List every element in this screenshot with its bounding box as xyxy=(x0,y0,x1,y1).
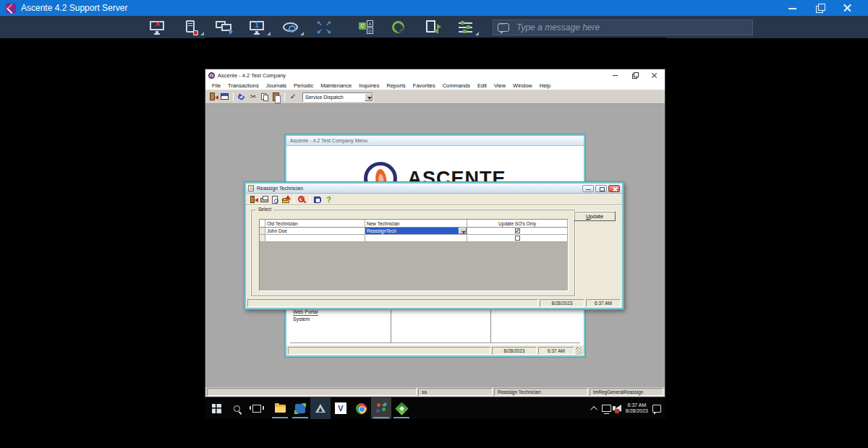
dialog-close-icon[interactable] xyxy=(608,185,620,192)
new-technician-dropdown-icon[interactable] xyxy=(459,228,467,234)
print-preview-icon[interactable] xyxy=(271,195,280,204)
session-settings-icon[interactable] xyxy=(457,20,475,35)
restore-icon[interactable] xyxy=(816,4,825,12)
module-select-value: Service Dispatch xyxy=(303,95,365,100)
switch-monitor-icon[interactable] xyxy=(216,20,233,35)
old-technician-cell[interactable]: John Doe xyxy=(265,228,365,235)
volume-muted-icon[interactable] xyxy=(616,405,621,412)
menu-transactions[interactable]: Transactions xyxy=(224,82,263,89)
update-so-cell[interactable]: ✓ xyxy=(467,228,568,235)
undo-icon[interactable] xyxy=(237,92,247,102)
print-icon[interactable] xyxy=(260,195,269,204)
update-so-checkbox[interactable] xyxy=(515,236,520,241)
menu-item-system[interactable]: System xyxy=(293,316,310,322)
row-selector-header xyxy=(260,220,265,228)
module-select[interactable]: Service Dispatch xyxy=(302,92,373,102)
app-restore-icon[interactable] xyxy=(632,72,638,78)
action-center-icon[interactable] xyxy=(652,405,661,413)
technician-grid: Old Technician New Technician Update SO'… xyxy=(259,219,569,291)
chat-box xyxy=(493,20,753,35)
diamond-app-button[interactable] xyxy=(391,397,412,419)
task-view-button[interactable] xyxy=(247,397,267,419)
menu-maintenance[interactable]: Maintenance xyxy=(317,82,355,89)
select-monitor-icon[interactable]: 1 xyxy=(249,20,266,35)
update-button[interactable]: Update xyxy=(574,211,616,221)
triangle-app-icon xyxy=(315,404,326,413)
ascente-taskbar-button[interactable] xyxy=(371,397,391,419)
new-technician-cell[interactable] xyxy=(365,235,467,242)
file-transfer-icon[interactable] xyxy=(424,20,441,35)
menu-journals[interactable]: Journals xyxy=(263,82,290,89)
tray-expand-icon[interactable] xyxy=(590,405,597,413)
app-minimize-icon[interactable] xyxy=(613,72,618,78)
chat-bubble-icon xyxy=(498,23,509,32)
tray-clock[interactable]: 6:37 AM 8/28/2023 xyxy=(626,402,648,414)
ascente-icon xyxy=(375,402,387,414)
diamond-app-icon xyxy=(395,402,408,415)
row-selector[interactable] xyxy=(260,235,265,242)
update-so-cell[interactable] xyxy=(467,235,568,242)
keyboard-layout-icon[interactable]: CAD xyxy=(357,20,375,35)
chat-message-input[interactable] xyxy=(515,22,748,33)
cut-icon[interactable]: ✂ xyxy=(248,92,258,102)
dialog-titlebar[interactable]: Reassign Technician xyxy=(246,184,622,194)
exit-icon[interactable] xyxy=(208,92,218,102)
menu-periodic[interactable]: Periodic xyxy=(290,82,317,89)
statusbar-user: sa xyxy=(418,388,493,396)
copy-icon[interactable] xyxy=(260,92,270,102)
network-icon[interactable] xyxy=(602,405,611,412)
grid-header-row: Old Technician New Technician Update SO'… xyxy=(260,220,568,228)
pinned-app-v-button[interactable] xyxy=(331,397,351,419)
taskbar-search-button[interactable] xyxy=(226,397,247,419)
menu-view[interactable]: View xyxy=(490,82,509,89)
status-message-panel xyxy=(288,347,490,355)
company-menu-titlebar[interactable]: Ascente - 4.2 Test Company Menu xyxy=(286,136,584,146)
select-groupbox: Select Old Technician New Technician Upd… xyxy=(251,210,575,296)
app-close-icon[interactable] xyxy=(652,72,658,78)
pinned-app-a-button[interactable] xyxy=(310,397,331,419)
close-icon[interactable] xyxy=(843,4,852,12)
cancel-icon[interactable] xyxy=(297,195,307,204)
resize-grip-icon[interactable] xyxy=(576,347,582,355)
remote-desktop-icon xyxy=(295,404,305,413)
dialog-minimize-icon[interactable] xyxy=(582,185,594,192)
statusbar-message xyxy=(207,388,417,396)
menu-favorites[interactable]: Favorites xyxy=(409,82,439,89)
menu-bar: File Transactions Journals Periodic Main… xyxy=(205,81,665,90)
menu-inquiries[interactable]: Inquiries xyxy=(355,82,383,89)
spellcheck-icon[interactable]: ✓ xyxy=(288,92,298,102)
menu-window[interactable]: Window xyxy=(509,82,536,89)
fullscreen-icon[interactable]: ↖↗ ↙↘ xyxy=(315,20,333,35)
view-options-icon[interactable] xyxy=(282,20,299,35)
start-button[interactable] xyxy=(206,397,226,419)
remote-desktop-button[interactable] xyxy=(290,397,310,419)
dialog-exit-icon[interactable] xyxy=(249,195,258,204)
menu-edit[interactable]: Edit xyxy=(474,82,490,89)
tray-time: 6:37 AM xyxy=(626,402,648,408)
old-technician-cell[interactable] xyxy=(265,235,365,242)
ascente-titlebar[interactable]: Ascente - 4.2 Test Company xyxy=(205,69,665,81)
module-select-dropdown-icon[interactable] xyxy=(365,93,373,101)
menu-file[interactable]: File xyxy=(208,82,224,89)
record-session-icon[interactable] xyxy=(391,20,408,35)
help-icon[interactable]: ? xyxy=(324,195,333,204)
file-explorer-button[interactable] xyxy=(270,397,290,419)
import-icon[interactable] xyxy=(281,195,291,204)
minimize-icon[interactable] xyxy=(788,4,797,12)
update-so-checkbox[interactable]: ✓ xyxy=(515,228,520,233)
new-technician-combo[interactable]: ReassignTech xyxy=(365,228,467,235)
support-title: Ascente 4.2 Support Server xyxy=(21,3,127,13)
menu-commands[interactable]: Commands xyxy=(439,82,474,89)
grid-row-1: John Doe ReassignTech ✓ xyxy=(260,228,568,235)
help-book-icon[interactable] xyxy=(313,195,323,204)
menu-help[interactable]: Help xyxy=(536,82,554,89)
reboot-remote-icon[interactable] xyxy=(182,20,200,35)
dialog-maximize-icon[interactable] xyxy=(595,185,607,192)
chrome-button[interactable] xyxy=(351,397,371,419)
disconnect-session-icon[interactable]: × xyxy=(149,20,166,35)
paste-icon[interactable] xyxy=(271,92,281,102)
window-icon[interactable] xyxy=(220,92,230,102)
row-selector[interactable] xyxy=(260,228,265,235)
menu-reports[interactable]: Reports xyxy=(383,82,409,89)
menu-item-web-portal[interactable]: Web Portal xyxy=(293,309,318,316)
